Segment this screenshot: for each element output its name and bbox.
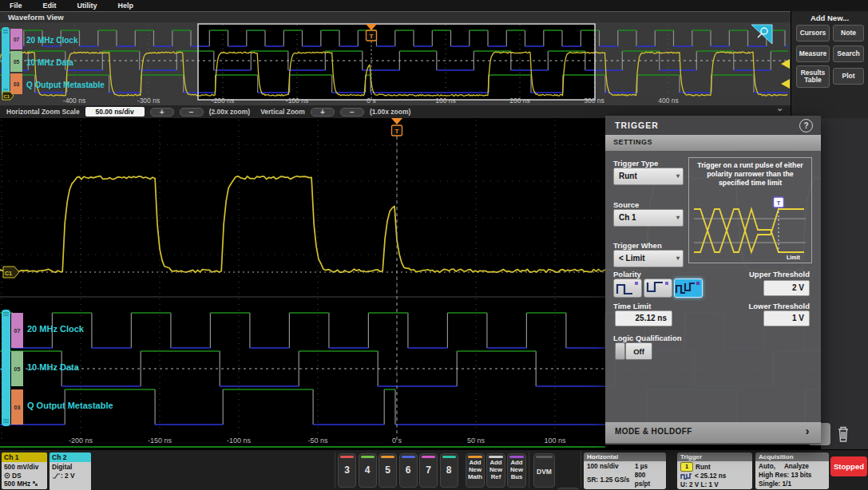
channel1-bandwidth: 500 MHz bbox=[4, 480, 30, 488]
lower-threshold-label: Lower Threshold bbox=[733, 302, 810, 310]
source-dropdown[interactable]: Ch 1 ▾ bbox=[613, 209, 684, 227]
overview-axis-label: -300 ns bbox=[137, 97, 160, 105]
upper-threshold-field[interactable]: 2 V bbox=[763, 280, 810, 296]
channel1-probe: DS bbox=[12, 472, 22, 480]
trigger-panel-titlebar[interactable]: TRIGGER bbox=[605, 116, 821, 135]
channel-expand-handle[interactable]: <> bbox=[0, 366, 6, 372]
divider bbox=[581, 452, 581, 488]
channel-expand-handle[interactable]: <> bbox=[0, 58, 6, 64]
search-button[interactable]: Search bbox=[833, 45, 864, 62]
hzoom-minus-button[interactable]: − bbox=[180, 108, 204, 117]
vertical-zoom-label: Vertical Zoom bbox=[260, 108, 305, 116]
trash-button[interactable] bbox=[830, 423, 856, 445]
sample-interval: 800 ps/pt bbox=[635, 471, 663, 488]
trigger-type-value: Runt bbox=[619, 172, 637, 180]
record-length: RL: 1.25 kpts bbox=[587, 488, 632, 489]
cursors-button[interactable]: Cursors bbox=[796, 25, 830, 41]
trigger-type-dropdown[interactable]: Runt ▾ bbox=[613, 168, 684, 185]
trash-icon bbox=[830, 423, 856, 445]
channel2-threshold: : 2 V bbox=[61, 472, 75, 480]
channel6-button[interactable]: 6 bbox=[399, 453, 418, 488]
vzoom-minus-button[interactable]: − bbox=[340, 108, 364, 117]
lower-threshold-field[interactable]: 1 V bbox=[763, 310, 810, 326]
logic-qualification-toggle[interactable]: Off bbox=[615, 342, 652, 360]
trigger-type-status: Runt bbox=[696, 463, 711, 472]
upper-threshold-label: Upper Threshold bbox=[733, 270, 810, 279]
svg-text:07: 07 bbox=[14, 37, 20, 42]
menu-edit[interactable]: Edit bbox=[43, 2, 57, 10]
toggle-value: Off bbox=[625, 342, 652, 360]
add-new-bus-button[interactable]: Add New Bus bbox=[507, 453, 526, 488]
chevron-down-icon: ▾ bbox=[676, 172, 680, 180]
channel-label[interactable]: Q Output Metastable bbox=[27, 401, 113, 410]
svg-text:C1: C1 bbox=[5, 271, 12, 276]
polarity-positive-button[interactable] bbox=[613, 279, 642, 298]
mode-holdoff-section[interactable]: MODE & HOLDOFF › bbox=[605, 422, 821, 443]
horizontal-zoom-scale-value[interactable]: 50.00 ns/div bbox=[85, 107, 145, 117]
help-icon[interactable]: ? bbox=[799, 119, 813, 132]
trigger-condition: < 25.12 ns bbox=[695, 472, 726, 480]
dvm-button[interactable]: DVM bbox=[533, 453, 555, 488]
svg-text:07: 07 bbox=[14, 328, 21, 334]
channel8-button[interactable]: 8 bbox=[440, 453, 458, 488]
diagram-trigger-marker: T bbox=[777, 200, 781, 207]
overview-axis-label: -200 ns bbox=[212, 97, 234, 105]
overview-axis-label: -400 ns bbox=[63, 97, 85, 105]
add-new-math-button[interactable]: Add New Math bbox=[466, 453, 485, 488]
channel2-badge[interactable]: Ch 2 Digital : 2 V bbox=[50, 452, 91, 490]
source-value: Ch 1 bbox=[619, 213, 636, 222]
overview-axis-label: -100 ns bbox=[286, 97, 308, 105]
overview-collapse-chevron-icon[interactable]: ⌄ bbox=[776, 103, 783, 113]
results-table-button[interactable]: Results Table bbox=[796, 65, 830, 88]
trigger-status-box[interactable]: Trigger 1Runt < 25.12 ns U: 2 V L: 1 V bbox=[677, 452, 752, 489]
hzoom-plus-button[interactable]: + bbox=[150, 108, 174, 117]
menu-file[interactable]: File bbox=[10, 2, 22, 10]
waveform-view-tab[interactable]: Waveform View bbox=[0, 11, 868, 22]
horizontal-settings-box[interactable]: Horizontal 100 ns/div1 µs SR: 1.25 GS/s8… bbox=[584, 452, 666, 489]
runt-trigger-diagram: T Limit bbox=[689, 196, 811, 262]
trigger-type-label: Trigger Type bbox=[613, 159, 658, 168]
measure-button[interactable]: Measure bbox=[796, 45, 830, 62]
channel-label[interactable]: 20 MHz Clock bbox=[26, 36, 78, 45]
channel-label[interactable]: 10 MHz Data bbox=[27, 362, 80, 372]
acquisition-single: Single: 1/1 bbox=[759, 480, 791, 488]
channel-label[interactable]: 20 MHz Clock bbox=[27, 324, 85, 334]
svg-text:03: 03 bbox=[14, 81, 20, 87]
channel4-button[interactable]: 4 bbox=[359, 453, 377, 488]
add-new-ref-button[interactable]: Add New Ref bbox=[486, 453, 505, 488]
channel1-badge[interactable]: Ch 1 500 mV/div DS 500 MHz bbox=[2, 452, 47, 489]
chevron-right-icon: › bbox=[806, 424, 810, 437]
channel2-title: Ch 2 bbox=[50, 452, 91, 462]
polarity-negative-button[interactable] bbox=[644, 279, 672, 298]
time-limit-field[interactable]: 25.12 ns bbox=[615, 310, 672, 326]
settings-section-label: SETTINGS bbox=[613, 138, 652, 146]
vzoom-plus-button[interactable]: + bbox=[311, 108, 335, 117]
channel-label[interactable]: Q Output Metastable bbox=[26, 81, 105, 89]
menu-utility[interactable]: Utility bbox=[77, 2, 97, 10]
trigger-when-dropdown[interactable]: < Limit ▾ bbox=[613, 250, 684, 267]
channel1-title: Ch 1 bbox=[2, 452, 47, 462]
add-new-title: Add New... bbox=[791, 14, 868, 22]
probe-icon bbox=[4, 472, 10, 479]
polarity-label: Polarity bbox=[613, 270, 641, 279]
menu-help[interactable]: Help bbox=[118, 2, 134, 10]
trigger-box-title: Trigger bbox=[677, 452, 752, 461]
polarity-either-button[interactable] bbox=[674, 279, 703, 298]
channel5-button[interactable]: 5 bbox=[379, 453, 397, 488]
plot-button[interactable]: Plot bbox=[833, 68, 864, 85]
acquisition-status-box[interactable]: Acquisition Auto,Analyze High Res: 13 bi… bbox=[755, 452, 829, 489]
svg-text:C1: C1 bbox=[4, 94, 10, 99]
threshold-slope-icon bbox=[52, 472, 60, 479]
channel-label[interactable]: 10 MHz Data bbox=[26, 58, 73, 67]
main-axis-label: 50 ns bbox=[467, 437, 486, 445]
trigger-panel-title: TRIGGER bbox=[615, 121, 659, 130]
horizontal-scale: 100 ns/div bbox=[587, 462, 632, 471]
time-limit-label: Time Limit bbox=[613, 302, 651, 310]
channel7-button[interactable]: 7 bbox=[419, 453, 438, 488]
oscilloscope-app: File Edit Utility Help Waveform View -40… bbox=[0, 0, 868, 490]
svg-text:T: T bbox=[395, 128, 399, 135]
note-button[interactable]: Note bbox=[833, 25, 864, 41]
channel3-button[interactable]: 3 bbox=[338, 453, 356, 488]
waveform-overview[interactable]: -400 ns-300 ns-200 ns-100 ns0 s100 ns200… bbox=[0, 22, 791, 105]
run-stop-status-button[interactable]: Stopped bbox=[830, 456, 867, 476]
